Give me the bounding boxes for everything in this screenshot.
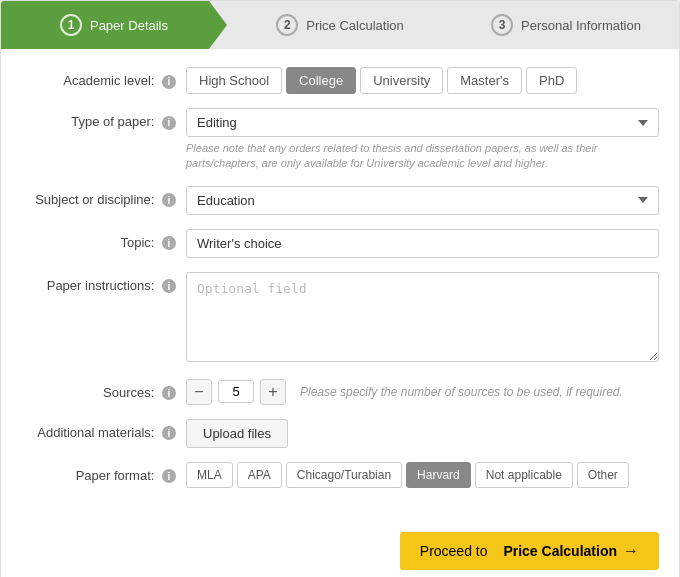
academic-level-btn-group: High School College University Master's … — [186, 67, 659, 94]
instructions-control — [186, 272, 659, 365]
subject-info-icon[interactable]: i — [162, 193, 176, 207]
instructions-textarea[interactable] — [186, 272, 659, 362]
type-of-paper-info-icon[interactable]: i — [162, 116, 176, 130]
instructions-info-icon[interactable]: i — [162, 279, 176, 293]
academic-level-phd[interactable]: PhD — [526, 67, 577, 94]
format-harvard[interactable]: Harvard — [406, 462, 471, 488]
type-of-paper-select[interactable]: Editing — [186, 108, 659, 137]
proceed-label: Proceed to — [420, 543, 488, 559]
paper-format-label: Paper format: i — [21, 462, 186, 484]
format-mla[interactable]: MLA — [186, 462, 233, 488]
type-of-paper-label: Type of paper: i — [21, 108, 186, 130]
additional-materials-control: Upload files — [186, 419, 659, 448]
subject-label: Subject or discipline: i — [21, 186, 186, 208]
topic-row: Topic: i — [21, 229, 659, 258]
step-num-2: 2 — [276, 14, 298, 36]
sources-plus-button[interactable]: + — [260, 379, 286, 405]
academic-level-control: High School College University Master's … — [186, 67, 659, 94]
main-container: 1 Paper Details 2 Price Calculation 3 Pe… — [0, 0, 680, 577]
academic-level-college[interactable]: College — [286, 67, 356, 94]
sources-label: Sources: i — [21, 379, 186, 401]
proceed-row: Proceed to Price Calculation → — [1, 522, 679, 577]
sources-control: − + Please specify the number of sources… — [186, 379, 659, 405]
paper-format-control: MLA APA Chicago/Turabian Harvard Not app… — [186, 462, 659, 488]
type-of-paper-control: Editing Please note that any orders rela… — [186, 108, 659, 172]
topic-info-icon[interactable]: i — [162, 236, 176, 250]
wizard-steps: 1 Paper Details 2 Price Calculation 3 Pe… — [1, 1, 679, 49]
academic-level-masters[interactable]: Master's — [447, 67, 522, 94]
academic-level-label: Academic level: i — [21, 67, 186, 89]
proceed-arrow-icon: → — [623, 542, 639, 560]
subject-row: Subject or discipline: i Education — [21, 186, 659, 215]
form-body: Academic level: i High School College Un… — [1, 49, 679, 522]
type-of-paper-hint: Please note that any orders related to t… — [186, 141, 659, 172]
proceed-button[interactable]: Proceed to Price Calculation → — [400, 532, 659, 570]
type-of-paper-row: Type of paper: i Editing Please note tha… — [21, 108, 659, 172]
academic-level-highschool[interactable]: High School — [186, 67, 282, 94]
sources-value-input[interactable] — [218, 380, 254, 403]
step-label-1: Paper Details — [90, 18, 168, 33]
sources-info-icon[interactable]: i — [162, 386, 176, 400]
paper-format-info-icon[interactable]: i — [162, 469, 176, 483]
subject-control: Education — [186, 186, 659, 215]
format-not-applicable[interactable]: Not applicable — [475, 462, 573, 488]
paper-format-group: MLA APA Chicago/Turabian Harvard Not app… — [186, 462, 659, 488]
additional-materials-info-icon[interactable]: i — [162, 426, 176, 440]
subject-select[interactable]: Education — [186, 186, 659, 215]
format-other[interactable]: Other — [577, 462, 629, 488]
format-chicago[interactable]: Chicago/Turabian — [286, 462, 402, 488]
topic-control — [186, 229, 659, 258]
sources-row: Sources: i − + Please specify the number… — [21, 379, 659, 405]
format-apa[interactable]: APA — [237, 462, 282, 488]
paper-format-row: Paper format: i MLA APA Chicago/Turabian… — [21, 462, 659, 488]
step-label-2: Price Calculation — [306, 18, 404, 33]
instructions-row: Paper instructions: i — [21, 272, 659, 365]
additional-materials-label: Additional materials: i — [21, 419, 186, 441]
instructions-label: Paper instructions: i — [21, 272, 186, 294]
wizard-step-3[interactable]: 3 Personal Information — [453, 1, 679, 49]
step-label-3: Personal Information — [521, 18, 641, 33]
step-num-3: 3 — [491, 14, 513, 36]
wizard-step-2[interactable]: 2 Price Calculation — [227, 1, 453, 49]
topic-input[interactable] — [186, 229, 659, 258]
upload-files-button[interactable]: Upload files — [186, 419, 288, 448]
sources-minus-button[interactable]: − — [186, 379, 212, 405]
proceed-bold: Price Calculation — [503, 543, 617, 559]
sources-hint: Please specify the number of sources to … — [300, 385, 623, 399]
additional-materials-row: Additional materials: i Upload files — [21, 419, 659, 448]
academic-level-university[interactable]: University — [360, 67, 443, 94]
topic-label: Topic: i — [21, 229, 186, 251]
step-num-1: 1 — [60, 14, 82, 36]
sources-group: − + Please specify the number of sources… — [186, 379, 659, 405]
academic-level-row: Academic level: i High School College Un… — [21, 67, 659, 94]
academic-level-info-icon[interactable]: i — [162, 75, 176, 89]
wizard-step-1[interactable]: 1 Paper Details — [1, 1, 227, 49]
